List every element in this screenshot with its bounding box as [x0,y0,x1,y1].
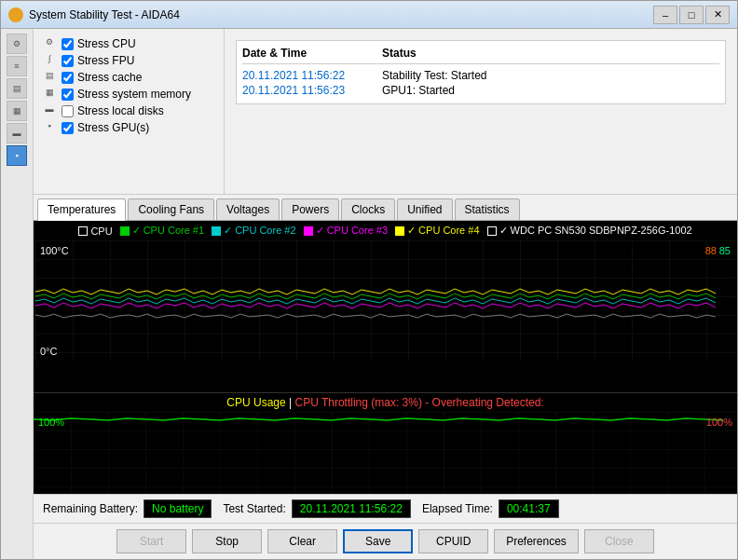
status-val-2: GPU1: Started [382,84,719,97]
option-stress-cpu[interactable]: ⚙ Stress CPU [41,36,216,51]
tab-powers[interactable]: Powers [281,198,339,220]
stress-disks-label: Stress local disks [77,104,164,117]
tabs-bar: Temperatures Cooling Fans Voltages Power… [34,195,737,221]
header-status: Status [382,47,719,60]
tab-unified[interactable]: Unified [397,198,452,220]
clear-button[interactable]: Clear [267,529,337,553]
tab-clocks[interactable]: Clocks [341,198,395,220]
tab-voltages[interactable]: Voltages [216,198,280,220]
options-panel: ⚙ Stress CPU ∫ Stress FPU ▤ Stress cache [34,29,225,194]
stress-disks-checkbox[interactable] [62,105,74,117]
option-stress-fpu[interactable]: ∫ Stress FPU [41,53,216,68]
chart2-title2: CPU Throttling (max: 3%) - Overheating D… [294,396,543,409]
elapsed-label: Elapsed Time: [422,502,493,515]
title-bar-left: System Stability Test - AIDA64 [8,7,180,22]
battery-label: Remaining Battery: [43,502,138,515]
legend-cpu: CPU [78,225,112,237]
gpu-icon: ▪ [41,121,58,134]
elapsed-status: Elapsed Time: 00:41:37 [422,499,559,518]
option-stress-memory[interactable]: ▦ Stress system memory [41,87,216,102]
minimize-button[interactable]: – [653,6,677,24]
memory-icon: ▦ [41,88,58,101]
sidebar-icon-active: ▪ [7,145,27,166]
tab-statistics[interactable]: Statistics [455,198,520,220]
sidebar: ⚙ ≡ ▤ ▦ ▬ ▪ [1,29,34,559]
cpu-icon: ⚙ [41,37,58,50]
title-controls: – □ ✕ [653,6,730,24]
svg-rect-1 [34,412,737,494]
preferences-button[interactable]: Preferences [494,529,579,553]
battery-value: No battery [144,499,212,518]
chart2-y-left-top: 100% [38,417,64,428]
status-area: Date & Time Status 20.11.2021 11:56:22 S… [225,29,737,194]
header-datetime: Date & Time [242,47,382,60]
status-row-2: 20.11.2021 11:56:23 GPU1: Started [242,83,719,98]
chart1-legend: CPU ✓ CPU Core #1 ✓ CPU Core #2 ✓ C [34,221,737,240]
stress-cpu-checkbox[interactable] [62,38,74,50]
sidebar-icon-4: ▦ [7,101,27,121]
stress-fpu-checkbox[interactable] [62,55,74,67]
chart1-canvas: 100°C 0°C 85 88 [35,240,735,362]
window-title: System Stability Test - AIDA64 [29,8,180,21]
stress-gpus-label: Stress GPU(s) [77,121,149,134]
status-row-1: 20.11.2021 11:56:22 Stability Test: Star… [242,68,719,83]
close-window-button[interactable]: Close [584,529,654,553]
chart2-title-bar: CPU Usage | CPU Throttling (max: 3%) - O… [34,393,737,412]
main-window: System Stability Test - AIDA64 – □ ✕ ⚙ ≡… [0,0,738,560]
tab-cooling-fans[interactable]: Cooling Fans [128,198,214,220]
legend-core2: ✓ CPU Core #2 [212,225,295,237]
chart1-y-bottom: 0°C [40,346,57,357]
app-icon [8,7,23,22]
charts-area: CPU ✓ CPU Core #1 ✓ CPU Core #2 ✓ C [34,221,737,494]
test-started-label: Test Started: [223,502,285,515]
option-stress-cache[interactable]: ▤ Stress cache [41,70,216,85]
status-panel: Date & Time Status 20.11.2021 11:56:22 S… [236,40,726,104]
battery-status: Remaining Battery: No battery [43,499,212,518]
chart2-y-right-top: 100% [706,417,732,428]
legend-wdc: ✓ WDC PC SN530 SDBPNPZ-256G-1002 [487,225,692,237]
sidebar-icon-5: ▬ [7,123,27,143]
tab-temperatures[interactable]: Temperatures [37,198,126,221]
stress-cpu-label: Stress CPU [77,37,136,50]
fpu-icon: ∫ [41,54,58,67]
sidebar-icon-3: ▤ [7,78,27,99]
stress-fpu-label: Stress FPU [77,54,134,67]
cpuid-button[interactable]: CPUID [418,529,488,553]
sidebar-icon-2: ≡ [7,56,27,76]
chart1-val-right1: 85 [719,245,731,256]
chart2-svg [34,412,737,494]
status-val-1: Stability Test: Started [382,69,719,82]
disk-icon: ▬ [41,104,58,117]
bottom-status-bar: Remaining Battery: No battery Test Start… [34,494,737,523]
option-stress-disks[interactable]: ▬ Stress local disks [41,103,216,118]
save-button[interactable]: Save [343,529,413,553]
test-started-value: 20.11.2021 11:56:22 [292,499,411,518]
stress-cache-checkbox[interactable] [62,72,74,84]
status-header: Date & Time Status [242,47,719,64]
chart1-y-top: 100°C [40,245,69,256]
stress-memory-checkbox[interactable] [62,89,74,101]
status-time-2: 20.11.2021 11:56:23 [242,84,382,97]
stress-cache-label: Stress cache [77,71,142,84]
option-stress-gpus[interactable]: ▪ Stress GPU(s) [41,120,216,135]
legend-core1: ✓ CPU Core #1 [120,225,204,237]
stop-button[interactable]: Stop [192,529,262,553]
elapsed-value: 00:41:37 [499,499,559,518]
main-area: ⚙ Stress CPU ∫ Stress FPU ▤ Stress cache [34,29,737,559]
top-section: ⚙ Stress CPU ∫ Stress FPU ▤ Stress cache [34,29,737,195]
start-button[interactable]: Start [116,529,186,553]
chart2-title: CPU Usage [226,396,285,409]
maximize-button[interactable]: □ [679,6,704,24]
content-area: ⚙ ≡ ▤ ▦ ▬ ▪ ⚙ Stress CPU ∫ [1,29,737,559]
chart1-val-right2: 88 [705,245,717,256]
legend-core3: ✓ CPU Core #3 [304,225,388,237]
stress-gpus-checkbox[interactable] [62,122,74,134]
cache-icon: ▤ [41,71,58,84]
test-started-status: Test Started: 20.11.2021 11:56:22 [223,499,410,518]
title-bar: System Stability Test - AIDA64 – □ ✕ [1,1,737,29]
stress-memory-label: Stress system memory [77,88,191,101]
legend-core4: ✓ CPU Core #4 [395,225,479,237]
chart1-svg [35,240,735,362]
buttons-bar: Start Stop Clear Save CPUID Preferences … [34,523,737,559]
close-button[interactable]: ✕ [705,6,730,24]
